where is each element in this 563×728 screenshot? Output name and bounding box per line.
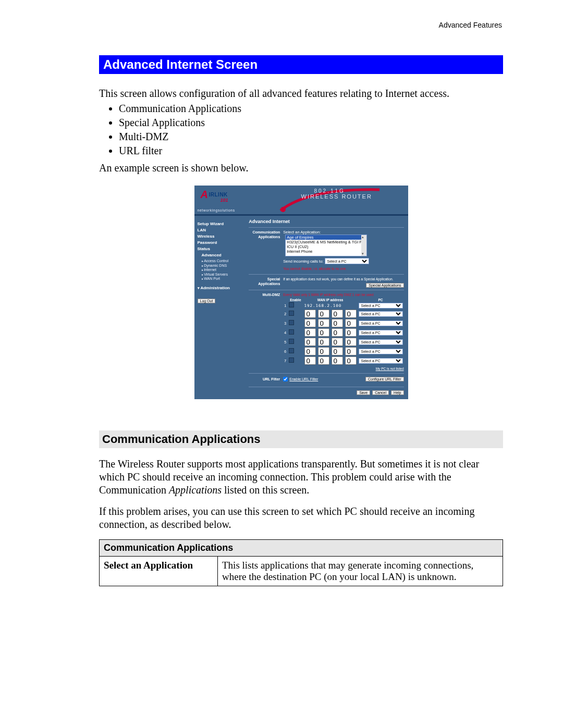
dmz-table: Enable WAN IP address PC 1 192.168.2.100… [283,298,403,365]
dmz-row: 6Select a PC [283,347,403,356]
feature-item: Multi-DMZ [119,131,503,143]
sidebar-sub-wan-port[interactable]: WAN Port [202,277,246,280]
sidebar-sub-access-control[interactable]: Access Control [202,259,246,263]
logout-button[interactable]: Log Out [198,299,216,303]
dmz-enable-checkbox[interactable] [289,302,294,307]
sidebar-item-status[interactable]: Status [198,246,246,251]
sidebar: Setup Wizard LAN Wireless Password Statu… [194,216,246,399]
scrollbar[interactable] [361,235,366,256]
sidebar-sub-dynamic-dns[interactable]: Dynamic DNS [202,264,246,267]
brand-logo: A IRLINK 101 networkingsolutions [194,186,252,214]
app-option[interactable]: Age of Empires [286,235,366,240]
ip-octet-input[interactable] [345,328,357,337]
router-screenshot: A IRLINK 101 networkingsolutions 802.11G… [194,186,408,399]
sidebar-sub-internet[interactable]: Internet [202,268,246,272]
special-apps-note: If an application does not work, you can… [283,277,393,281]
dmz-enable-checkbox[interactable] [289,329,294,335]
ip-octet-input[interactable] [332,347,343,355]
intro-paragraph: This screen allows configuration of all … [99,88,503,100]
ip-octet-input[interactable] [332,338,343,346]
multi-dmz-label: Multi-DMZ [249,292,283,297]
comm-apps-label: CommunicationApplications [249,230,283,239]
ip-octet-input[interactable] [345,356,357,365]
ip-octet-input[interactable] [318,356,329,365]
select-app-label: Select an Application: [283,230,321,235]
url-filter-checkbox[interactable] [283,377,288,381]
comm-warning: You cannot disable, i.e. allocate to no … [283,267,403,270]
sidebar-item-password[interactable]: Password [198,240,246,245]
dmz-row: 3Select a PC [283,318,403,328]
dmz-pc-select[interactable]: Select a PC [359,349,403,354]
dmz-row: 4Select a PC [283,328,403,337]
dmz-pc-select[interactable]: Select a PC [359,358,403,364]
ip-octet-input[interactable] [332,310,343,318]
ip-octet-input[interactable] [304,347,316,355]
logo-tagline: networkingsolutions [198,208,235,212]
sidebar-item-setup[interactable]: Setup Wizard [198,221,246,226]
ip-octet-input[interactable] [318,310,329,318]
ip-octet-input[interactable] [332,328,343,337]
feature-item: Communication Applications [119,103,503,115]
logo-number: 101 [221,198,228,203]
ip-octet-input[interactable] [345,310,357,318]
ip-octet-input[interactable] [304,328,316,337]
ip-octet-input[interactable] [304,338,316,346]
special-applications-button[interactable]: Special Applications [366,283,403,288]
logo-letter: A [201,189,208,201]
dmz-warning: Every Valid only 1 WAN IP address only D… [283,293,373,297]
ip-octet-input[interactable] [332,319,343,327]
dmz-pc-select[interactable]: Select a PC [359,303,403,309]
dmz-pc-select[interactable]: Select a PC [359,320,403,326]
dmz-row: 1 192.168.2.100 Select a PC [283,302,403,309]
ip-octet-input[interactable] [318,338,329,346]
help-button[interactable]: Help [391,390,403,395]
dmz-pc-select[interactable]: Select a PC [359,339,403,345]
url-filter-check-label: Enable URL Filter [289,377,318,381]
send-calls-label: Send incoming calls to: [283,259,323,264]
dmz-enable-checkbox[interactable] [289,320,294,325]
ip-octet-input[interactable] [345,347,357,355]
dmz-col-pc: PC [358,298,404,302]
ip-octet-input[interactable] [318,347,329,355]
ip-octet-input[interactable] [345,338,357,346]
sidebar-item-lan[interactable]: LAN [198,228,246,232]
dmz-pc-select[interactable]: Select a PC [359,330,403,336]
send-calls-pc-select[interactable]: Select a PC [325,258,369,264]
configure-url-filter-button[interactable]: Configure URL Filter [365,377,404,381]
table-value: This lists applications that may generat… [218,557,503,586]
logo-name: IRLINK [209,192,228,198]
svg-point-0 [280,207,286,212]
dmz-enable-checkbox[interactable] [289,348,294,353]
sidebar-item-administration[interactable]: Administration [198,286,246,290]
save-button[interactable]: Save [357,390,370,395]
app-option[interactable]: ICU II (CU2) [286,244,366,249]
dmz-col-wan: WAN IP address [303,298,358,302]
cancel-button[interactable]: Cancel [372,390,389,395]
dmz-enable-checkbox[interactable] [289,311,294,316]
ip-octet-input[interactable] [318,328,329,337]
table-key: Select an Application [100,557,218,586]
table-row: Select an Application This lists applica… [100,557,503,586]
dmz-enable-checkbox[interactable] [289,357,294,363]
dmz-fixed-ip: 192.168.2.100 [304,303,342,308]
pc-not-listed-link[interactable]: My PC is not listed [376,367,404,371]
app-option[interactable]: H323(CUseeME & MS NetMeeting & TGI Phone… [286,240,366,244]
sidebar-item-wireless[interactable]: Wireless [198,234,246,239]
dmz-enable-checkbox[interactable] [289,339,294,344]
table-header: Communication Applications [100,540,503,557]
ip-octet-input[interactable] [304,319,316,327]
dmz-pc-select[interactable]: Select a PC [359,311,403,317]
app-option[interactable]: Internet Phone [286,249,366,254]
sidebar-sub-virtual-servers[interactable]: Virtual Servers [202,273,246,276]
ip-octet-input[interactable] [304,356,316,365]
ip-octet-input[interactable] [345,319,357,327]
feature-list: Communication Applications Special Appli… [109,103,503,157]
ip-octet-input[interactable] [318,319,329,327]
url-filter-label: URL Filter [249,377,283,381]
banner-line2: WIRELESS ROUTER [301,193,372,200]
sidebar-item-advanced[interactable]: Advanced [202,253,246,257]
ip-octet-input[interactable] [304,310,316,318]
ip-octet-input[interactable] [332,356,343,365]
panel-title: Advanced Internet [249,219,403,224]
application-listbox[interactable]: Age of Empires H323(CUseeME & MS NetMeet… [285,235,367,256]
